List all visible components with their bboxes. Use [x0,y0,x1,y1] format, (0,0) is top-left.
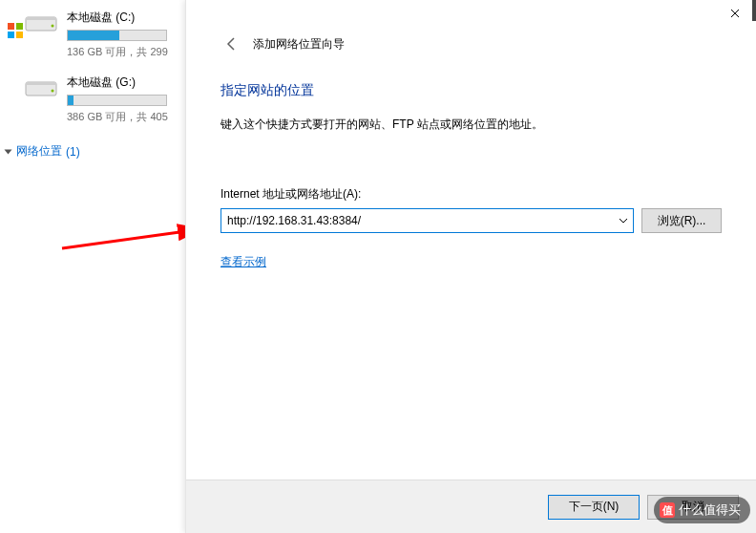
close-button[interactable] [713,0,756,27]
url-input[interactable] [220,208,634,233]
watermark-icon: 值 [660,502,675,518]
wizard-heading: 指定网站的位置 [220,82,722,99]
svg-point-9 [52,90,54,93]
drive-usage-bar [67,30,167,41]
drive-icon [25,75,57,101]
wizard-description: 键入这个快捷方式要打开的网站、FTP 站点或网络位置的地址。 [220,117,722,133]
svg-rect-5 [26,17,56,20]
drive-stats: 386 GB 可用，共 405 [67,110,168,124]
svg-rect-3 [16,32,23,38]
svg-point-6 [52,25,54,28]
section-label: 网络位置 [16,143,62,160]
back-button[interactable] [220,32,243,55]
svg-rect-0 [8,23,14,30]
windows-logo-icon [8,23,23,38]
next-button[interactable]: 下一页(N) [548,495,640,520]
wizard-title: 添加网络位置向导 [253,36,345,53]
add-network-location-wizard: 添加网络位置向导 指定网站的位置 键入这个快捷方式要打开的网站、FTP 站点或网… [185,0,756,533]
svg-rect-1 [16,23,23,30]
chevron-down-icon [5,149,12,154]
url-field-label: Internet 地址或网络地址(A): [220,186,722,203]
view-example-link[interactable]: 查看示例 [220,254,266,270]
drive-stats: 136 GB 可用，共 299 [67,45,168,59]
drive-name: 本地磁盘 (C:) [67,10,168,26]
drive-name: 本地磁盘 (G:) [67,75,168,91]
section-count: (1) [66,145,80,159]
window-edge [752,0,756,21]
svg-rect-8 [26,82,56,85]
drive-usage-bar [67,95,167,106]
watermark-text: 什么值得买 [679,501,741,519]
drive-icon [25,10,57,36]
browse-button[interactable]: 浏览(R)... [641,208,722,233]
svg-rect-2 [8,32,14,38]
watermark-badge: 值 什么值得买 [654,497,750,523]
